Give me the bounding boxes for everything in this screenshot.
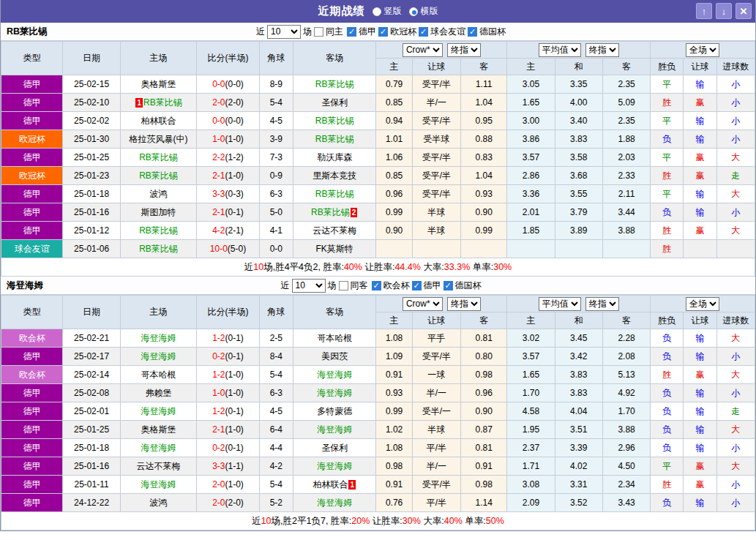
odds-company-select[interactable]: Crow* bbox=[403, 43, 443, 57]
halftime-score: (0-1) bbox=[225, 443, 243, 453]
fulltime-score: 0-0 bbox=[212, 79, 225, 89]
scope-select[interactable]: 全场 bbox=[686, 297, 719, 311]
match-row: 欧会杯 25-02-21 海登海姆 1-2(0-1) 2-5 哥本哈根 1.08… bbox=[1, 329, 755, 348]
away-team: FK莫斯特 bbox=[293, 240, 376, 258]
match-date: 25-02-01 bbox=[63, 402, 120, 421]
team-label: 里斯本竞技 bbox=[312, 170, 356, 181]
summary-text: 40% bbox=[344, 262, 362, 272]
result-win-draw-loss: 胜 bbox=[651, 222, 684, 240]
handicap-line: 受平/半 bbox=[412, 75, 460, 94]
filter-row: 海登海姆 近 10 场 同客 欧会杯德甲德国杯 bbox=[1, 277, 755, 295]
handicap-home-odds: 0.93 bbox=[376, 384, 412, 402]
score-halftime: 0-2(0-1) bbox=[197, 439, 259, 457]
handicap-away-odds: 1.11 bbox=[461, 75, 507, 94]
move-up-button[interactable]: ↑ bbox=[696, 3, 712, 19]
score-halftime: 1-2(1-0) bbox=[197, 366, 259, 384]
score-halftime: 2-0(2-0) bbox=[197, 94, 259, 112]
league-badge: 德甲 bbox=[1, 112, 63, 130]
final-index-select[interactable]: 终指 bbox=[585, 43, 619, 57]
avg-away-odds: 2.34 bbox=[602, 476, 650, 494]
result-handicap: 输 bbox=[684, 494, 716, 512]
result-handicap: 赢 bbox=[684, 476, 716, 494]
league-checkbox[interactable] bbox=[378, 27, 388, 37]
league-checkbox[interactable] bbox=[412, 281, 422, 290]
league-badge: 德甲 bbox=[1, 94, 63, 112]
team-name: 海登海姆 bbox=[7, 280, 43, 290]
average-select[interactable]: 平均值 bbox=[539, 43, 581, 57]
result-goals: 大 bbox=[716, 329, 755, 348]
away-team: 圣保利 bbox=[293, 94, 376, 112]
league-checkbox[interactable] bbox=[372, 281, 381, 290]
handicap-home-odds: 0.96 bbox=[376, 185, 412, 203]
match-row: 德甲 25-01-18 波鸿 3-3(0-3) 6-3 RB莱比锡 0.96 受… bbox=[1, 185, 755, 203]
corners: 5-4 bbox=[259, 366, 293, 384]
avg-away-odds: 3.44 bbox=[602, 203, 650, 222]
summary-text: 场,胜2平1负7, 胜率: bbox=[272, 516, 352, 526]
summary-text: 单率: bbox=[470, 262, 493, 272]
avg-away-odds: 3.88 bbox=[602, 222, 650, 240]
handicap-home-odds: 0.98 bbox=[376, 457, 412, 476]
result-goals: 小 bbox=[716, 348, 755, 366]
same-venue-checkbox[interactable] bbox=[314, 27, 323, 37]
sub-column-header: 让球 bbox=[684, 59, 716, 75]
final-index-select[interactable]: 终指 bbox=[447, 297, 481, 311]
score-halftime: 2-2(1-2) bbox=[197, 149, 259, 167]
sub-column-header: 主 bbox=[507, 312, 555, 329]
handicap-away-odds: 0.87 bbox=[461, 421, 507, 439]
sub-column-header: 进球数 bbox=[716, 312, 755, 329]
final-index-select[interactable]: 终指 bbox=[447, 43, 481, 57]
same-venue-checkbox[interactable] bbox=[339, 281, 348, 290]
move-down-button[interactable]: ↓ bbox=[716, 3, 732, 19]
handicap-line: 受平/半 bbox=[412, 167, 460, 185]
match-date: 25-02-15 bbox=[63, 75, 120, 94]
avg-draw-odds: 3.58 bbox=[555, 149, 602, 167]
handicap-away-odds: 0.81 bbox=[461, 329, 507, 348]
result-win-draw-loss: 平 bbox=[651, 75, 684, 94]
avg-draw-odds: 3.42 bbox=[555, 348, 602, 366]
team-label: RB莱比锡 bbox=[143, 97, 182, 108]
handicap-line: 受半/一 bbox=[412, 402, 460, 421]
match-count-select[interactable]: 10 bbox=[267, 25, 301, 39]
team-label: 奥格斯堡 bbox=[141, 424, 176, 435]
score-halftime: 2-1(0-1) bbox=[197, 203, 259, 222]
handicap-line: 受平/半 bbox=[412, 149, 460, 167]
match-date: 25-01-16 bbox=[63, 203, 120, 222]
radio-vertical-layout[interactable]: 竖版 bbox=[373, 5, 402, 18]
away-team: RB莱比锡 bbox=[293, 112, 376, 130]
handicap-home-odds: 0.99 bbox=[376, 203, 412, 222]
league-checkbox[interactable] bbox=[444, 281, 453, 290]
result-goals: 走 bbox=[716, 402, 755, 421]
handicap-line: 受半球 bbox=[412, 130, 460, 149]
average-select[interactable]: 平均值 bbox=[539, 297, 581, 311]
result-handicap: 输 bbox=[684, 112, 716, 130]
odds-company-select[interactable]: Crow* bbox=[403, 297, 443, 311]
league-checkbox[interactable] bbox=[468, 27, 477, 37]
score-halftime: 10-0(5-0) bbox=[197, 240, 259, 258]
handicap-home-odds: 1.02 bbox=[376, 421, 412, 439]
handicap-away-odds: 0.91 bbox=[461, 457, 507, 476]
avg-draw-odds: 4.04 bbox=[555, 402, 602, 421]
result-goals: 小 bbox=[716, 203, 755, 222]
radio-horizontal-layout[interactable]: 横版 bbox=[409, 5, 438, 18]
match-date: 25-01-23 bbox=[63, 167, 120, 185]
down-arrow-icon: ↓ bbox=[722, 7, 727, 16]
handicap-away-odds: 1.14 bbox=[461, 494, 507, 512]
avg-home-odds: 3.08 bbox=[507, 476, 555, 494]
filter-row: RB莱比锡 近 10 场 同主 德甲欧冠杯球会友谊德国杯 bbox=[1, 23, 755, 41]
result-win-draw-loss: 胜 bbox=[651, 366, 684, 384]
home-team: 弗赖堡 bbox=[120, 384, 197, 402]
score-halftime: 3-3(1-1) bbox=[197, 457, 259, 476]
final-index-select[interactable]: 终指 bbox=[585, 297, 619, 311]
league-checkbox[interactable] bbox=[347, 27, 356, 37]
result-goals: 小 bbox=[716, 94, 755, 112]
avg-home-odds: 2.09 bbox=[507, 494, 555, 512]
league-checkbox[interactable] bbox=[419, 27, 428, 37]
match-count-select[interactable]: 10 bbox=[292, 279, 326, 293]
handicap-home-odds: 1.08 bbox=[376, 439, 412, 457]
scope-select[interactable]: 全场 bbox=[686, 43, 719, 57]
sub-column-header: 主 bbox=[507, 59, 555, 75]
column-header: 类型 bbox=[1, 42, 63, 75]
halftime-score: (0-1) bbox=[225, 333, 243, 343]
handicap-line: 半球 bbox=[412, 222, 460, 240]
close-button[interactable]: ✕ bbox=[736, 3, 752, 19]
